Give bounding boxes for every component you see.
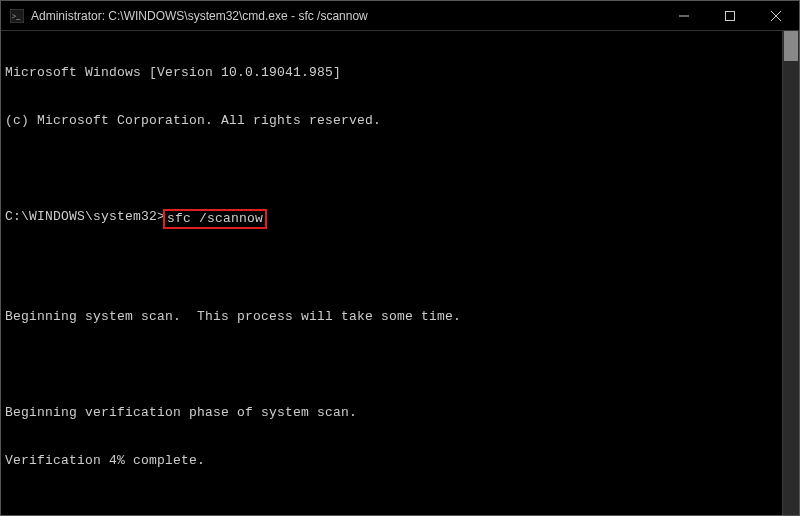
terminal-output[interactable]: Microsoft Windows [Version 10.0.19041.98… [1, 31, 782, 515]
blank-line [5, 261, 778, 277]
verify-begin-line: Beginning verification phase of system s… [5, 405, 778, 421]
svg-text:>_: >_ [12, 11, 20, 20]
copyright-line: (c) Microsoft Corporation. All rights re… [5, 113, 778, 129]
entered-command: sfc /scannow [163, 209, 267, 229]
scrollbar-thumb[interactable] [784, 31, 798, 61]
cmd-icon: >_ [9, 8, 25, 24]
window-controls [661, 1, 799, 30]
version-line: Microsoft Windows [Version 10.0.19041.98… [5, 65, 778, 81]
blank-line [5, 161, 778, 177]
maximize-button[interactable] [707, 1, 753, 30]
svg-rect-3 [726, 11, 735, 20]
window-title: Administrator: C:\WINDOWS\system32\cmd.e… [31, 9, 661, 23]
command-prompt-window: >_ Administrator: C:\WINDOWS\system32\cm… [0, 0, 800, 516]
vertical-scrollbar[interactable] [782, 31, 799, 515]
titlebar[interactable]: >_ Administrator: C:\WINDOWS\system32\cm… [1, 1, 799, 31]
close-button[interactable] [753, 1, 799, 30]
prompt-line: C:\WINDOWS\system32>sfc /scannow [5, 209, 778, 229]
prompt-path: C:\WINDOWS\system32> [5, 209, 165, 225]
content-area: Microsoft Windows [Version 10.0.19041.98… [1, 31, 799, 515]
progress-line: Verification 4% complete. [5, 453, 778, 469]
blank-line [5, 357, 778, 373]
minimize-button[interactable] [661, 1, 707, 30]
scan-begin-line: Beginning system scan. This process will… [5, 309, 778, 325]
